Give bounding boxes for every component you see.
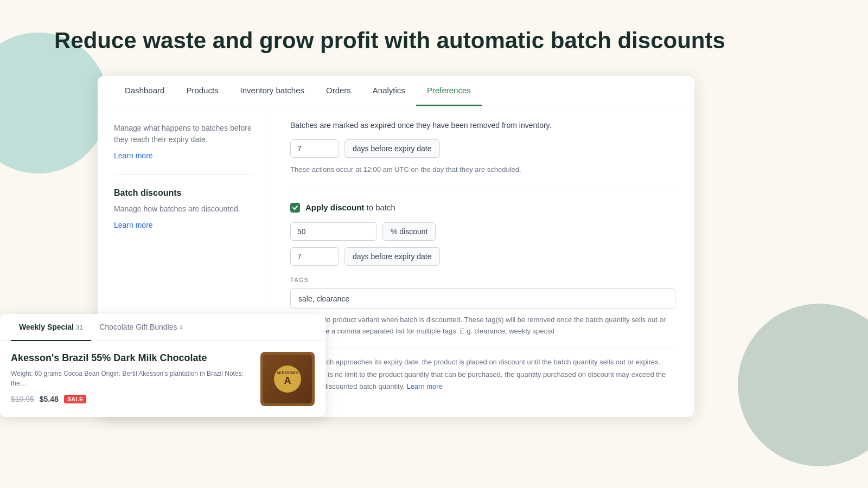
discount-right-section: Apply discount to batch % discount days … bbox=[290, 203, 675, 393]
tags-section: TAGS Add tag(s) to product variant when … bbox=[290, 277, 675, 337]
batch-discounts-learn-more-link[interactable]: Learn more bbox=[114, 221, 153, 229]
batch-discounts-description: Manage how batches are discounted. bbox=[114, 203, 254, 215]
expiry-days-label: days before expiry date bbox=[344, 139, 440, 158]
expiry-right-section: Batches are marked as expired once they … bbox=[290, 120, 675, 189]
bottom-description: When a batch approaches its expiry date,… bbox=[290, 348, 675, 392]
product-info: Akesson's Brazil 55% Dark Milk Chocolate… bbox=[11, 352, 250, 403]
discount-days-input[interactable] bbox=[290, 247, 339, 266]
chocolate-gift-label: Chocolate Gift Bundles bbox=[99, 323, 177, 331]
tab-orders[interactable]: Orders bbox=[315, 76, 362, 106]
product-image: AKESSON'S A bbox=[260, 352, 315, 406]
section-divider bbox=[114, 174, 254, 175]
discount-days-row: days before expiry date bbox=[290, 247, 675, 266]
right-panel: Batches are marked as expired once they … bbox=[271, 106, 694, 416]
tab-preferences[interactable]: Preferences bbox=[416, 76, 482, 106]
expiry-days-input[interactable] bbox=[290, 139, 339, 158]
weekly-special-count: 31 bbox=[76, 324, 83, 331]
apply-discount-suffix: to batch bbox=[364, 203, 395, 212]
tags-input[interactable] bbox=[290, 288, 675, 309]
expiry-description: Manage what happens to batches before th… bbox=[114, 123, 254, 145]
weekly-special-label: Weekly Special bbox=[19, 323, 74, 331]
product-description: Weight: 60 grams Cocoa Bean Origin: Bert… bbox=[11, 369, 250, 388]
discount-percent-input[interactable] bbox=[290, 222, 377, 241]
nav-tabs: Dashboard Products Inventory batches Ord… bbox=[98, 76, 694, 106]
price-original: $10.95 bbox=[11, 395, 34, 403]
apply-discount-label: Apply discount to batch bbox=[305, 203, 395, 212]
product-cards-container: Weekly Special31 Chocolate Gift Bundles4… bbox=[0, 314, 326, 417]
product-brand-text: AKESSON'S bbox=[277, 371, 299, 375]
tab-weekly-special[interactable]: Weekly Special31 bbox=[11, 314, 91, 341]
tab-inventory-batches[interactable]: Inventory batches bbox=[229, 76, 315, 106]
apply-discount-row: Apply discount to batch bbox=[290, 203, 675, 213]
discount-percent-label: % discount bbox=[382, 222, 436, 241]
tags-help-text: Add tag(s) to product variant when batch… bbox=[290, 314, 675, 337]
product-brand-label: AKESSON'S A bbox=[274, 365, 301, 393]
price-sale: $5.48 bbox=[40, 395, 59, 403]
bottom-desc-text: When a batch approaches its expiry date,… bbox=[290, 358, 666, 390]
expiry-expired-text: Batches are marked as expired once they … bbox=[290, 120, 675, 131]
main-heading: Reduce waste and grow profit with automa… bbox=[54, 27, 814, 54]
expiry-days-row: days before expiry date bbox=[290, 139, 675, 158]
product-card-content: Akesson's Brazil 55% Dark Milk Chocolate… bbox=[0, 341, 326, 417]
discount-days-label: days before expiry date bbox=[344, 247, 440, 266]
batch-discounts-title: Batch discounts bbox=[114, 188, 254, 198]
apply-discount-checkbox[interactable] bbox=[290, 203, 300, 213]
product-brand-letter: A bbox=[284, 375, 291, 387]
tab-dashboard[interactable]: Dashboard bbox=[114, 76, 175, 106]
discount-percent-row: % discount bbox=[290, 222, 675, 241]
tab-analytics[interactable]: Analytics bbox=[362, 76, 416, 106]
expiry-note: These actions occur at 12:00 am UTC on t… bbox=[290, 164, 675, 175]
expiry-learn-more-link[interactable]: Learn more bbox=[114, 151, 153, 160]
expiry-left-section: Manage what happens to batches before th… bbox=[114, 123, 254, 160]
tab-products[interactable]: Products bbox=[175, 76, 229, 106]
product-thumbnail: AKESSON'S A bbox=[263, 355, 312, 403]
apply-discount-bold: Apply discount bbox=[305, 203, 364, 212]
chocolate-gift-count: 4 bbox=[179, 324, 183, 331]
price-row: $10.95 $5.48 SALE bbox=[11, 395, 250, 403]
sale-badge: SALE bbox=[64, 395, 86, 403]
tags-label: TAGS bbox=[290, 277, 675, 283]
product-name: Akesson's Brazil 55% Dark Milk Chocolate bbox=[11, 352, 250, 364]
tab-chocolate-gift[interactable]: Chocolate Gift Bundles4 bbox=[91, 314, 191, 341]
product-tabs: Weekly Special31 Chocolate Gift Bundles4 bbox=[0, 314, 326, 341]
bottom-desc-learn-more[interactable]: Learn more bbox=[406, 382, 442, 390]
batch-discounts-left-section: Batch discounts Manage how batches are d… bbox=[114, 188, 254, 230]
